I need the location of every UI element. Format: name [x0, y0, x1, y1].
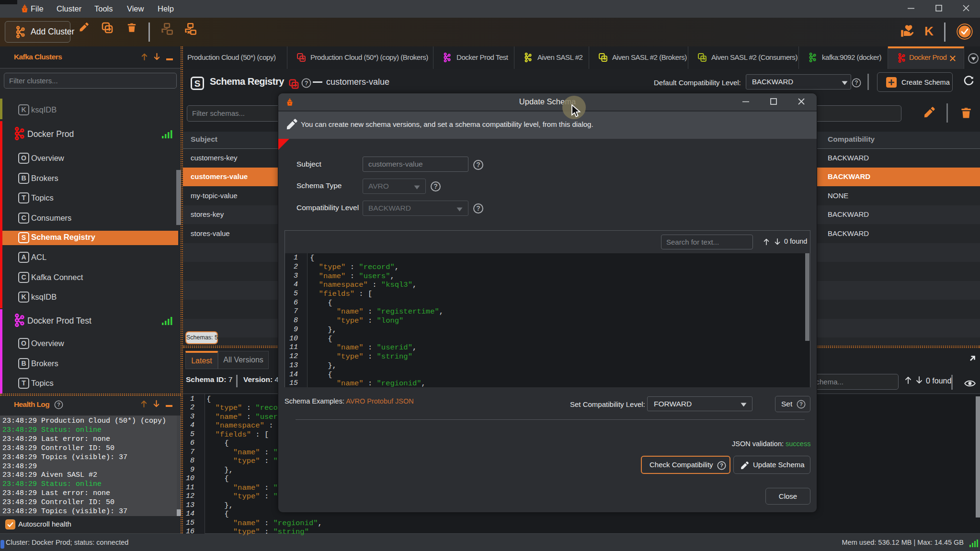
- svg-text:?: ?: [799, 401, 803, 407]
- svg-text:?: ?: [720, 462, 723, 468]
- svg-text:K: K: [924, 24, 934, 38]
- svg-text:?: ?: [57, 402, 60, 407]
- svg-text:?: ?: [855, 79, 858, 86]
- svg-text:?: ?: [305, 80, 308, 87]
